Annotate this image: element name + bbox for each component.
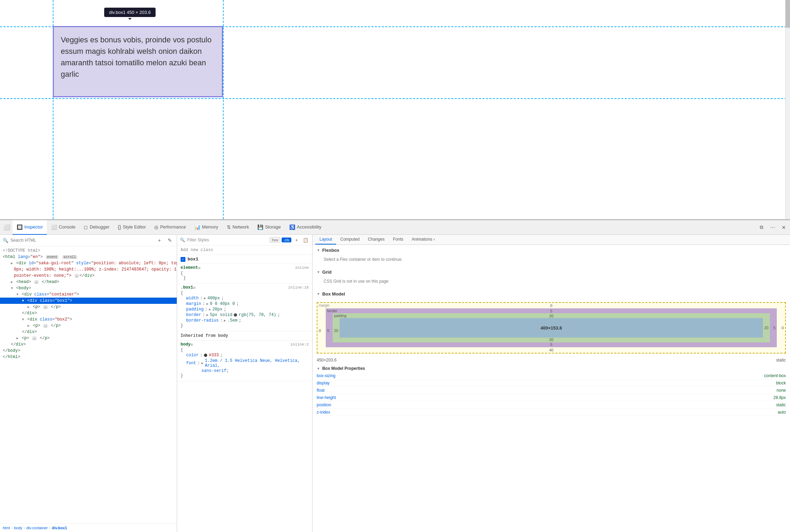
gear-icon-element[interactable]: ⚙ xyxy=(198,266,200,270)
dock-button[interactable]: ⧉ xyxy=(757,223,766,232)
html-search-bar: 🔍 + ✎ xyxy=(0,235,177,246)
grid-empty-text: CSS Grid is not in use on this page xyxy=(317,277,786,285)
css-prop-font: font: ▶ 1.2em / 1.5 Helvetica Neue, Helv… xyxy=(181,358,309,368)
padding-bottom: 20 xyxy=(549,338,553,342)
css-copy-button[interactable]: 📋 xyxy=(302,236,309,244)
accessibility-icon: ♿ xyxy=(289,224,295,230)
layout-tab-fonts[interactable]: Fonts xyxy=(389,235,407,244)
tree-head[interactable]: ▶ <head> … </head> xyxy=(0,279,177,285)
breadcrumb-box1[interactable]: div.box1 xyxy=(52,526,67,530)
breadcrumb-html[interactable]: html xyxy=(3,526,10,530)
tree-body-close[interactable]: </body> xyxy=(0,348,177,354)
tab-performance-label: Performance xyxy=(160,224,186,230)
breadcrumb-body[interactable]: body xyxy=(14,526,22,530)
color-swatch-333[interactable] xyxy=(204,354,207,357)
breadcrumb-container[interactable]: div.container xyxy=(26,526,48,530)
scrollbar-thumb[interactable] xyxy=(785,0,790,28)
ellipsis-badge-head[interactable]: … xyxy=(34,280,39,284)
border-color-swatch[interactable] xyxy=(234,313,237,317)
tab-network[interactable]: ⇅ Network xyxy=(223,220,253,235)
box-model-props-table: box-sizing content-box display block flo… xyxy=(313,372,790,416)
tree-saka-root[interactable]: ▶ <div id="saka-gui-root" style="positio… xyxy=(0,260,177,266)
layout-tab-changes[interactable]: Changes xyxy=(364,235,389,244)
padding-top: 20 xyxy=(549,314,553,318)
tab-accessibility[interactable]: ♿ Accessibility xyxy=(285,220,326,235)
tab-memory[interactable]: 📊 Memory xyxy=(190,220,223,235)
layout-tab-computed[interactable]: Computed xyxy=(336,235,364,244)
tree-html[interactable]: <html lang="en"> event scroll xyxy=(0,254,177,260)
tree-container-close[interactable]: </div> xyxy=(0,341,177,348)
preview-area: div.box1 450 × 203.6 Veggies es bonus vo… xyxy=(0,0,790,219)
css-selector-box1: .box1 xyxy=(181,285,193,290)
ellipsis-badge-p1[interactable]: … xyxy=(43,305,48,309)
tree-box1[interactable]: ▼ <div class="box1"> xyxy=(0,298,177,304)
tree-body-p[interactable]: ▶ <p> … </p> xyxy=(0,335,177,341)
add-node-button[interactable]: + xyxy=(155,236,164,244)
tab-storage[interactable]: 💾 Storage xyxy=(253,220,285,235)
tree-html-close[interactable]: </html> xyxy=(0,354,177,360)
tab-style-editor[interactable]: {} Style Editor xyxy=(114,220,150,235)
layout-tab-animations[interactable]: Animations › xyxy=(407,235,439,244)
tree-body[interactable]: ▼ <body> xyxy=(0,285,177,291)
grid-title: Grid xyxy=(322,269,332,275)
event-badge[interactable]: event xyxy=(46,255,58,259)
css-source-element: inline xyxy=(295,266,309,270)
preview-scrollbar[interactable] xyxy=(785,0,790,219)
inspect-element-button[interactable]: ⬜ xyxy=(1,222,13,233)
pick-node-button[interactable]: ✎ xyxy=(166,236,174,244)
box-model-props-header[interactable]: ▼ Box Model Properties xyxy=(313,363,790,372)
grid-section-header[interactable]: ▼ Grid xyxy=(313,267,790,277)
tree-box2-p[interactable]: ▶ <p> … </p> xyxy=(0,323,177,329)
ellipsis-badge-p2[interactable]: … xyxy=(43,324,48,328)
layout-tab-layout[interactable]: Layout xyxy=(315,235,336,244)
content-box: 400×153.6 xyxy=(340,318,763,338)
tree-saka-root-cont: 0px; width: 100%; height:...100%; z-inde… xyxy=(0,266,177,273)
element-checkbox[interactable]: ✓ xyxy=(181,257,185,262)
css-source-box1: inline:16 xyxy=(288,285,309,290)
padding-left: 20 xyxy=(334,329,338,333)
flexbox-empty-text: Select a Flex container or item to conti… xyxy=(317,256,786,263)
css-selector-body: body xyxy=(181,342,191,347)
css-rule-box1: .box1 ⚙ inline:16 { width: ▶ 400px; m xyxy=(177,284,312,331)
html-tree[interactable]: <!DOCTYPE html> <html lang="en"> event s… xyxy=(0,246,177,523)
tree-container[interactable]: ▼ <div class="container"> xyxy=(0,291,177,298)
tab-console[interactable]: ⬜ Console xyxy=(47,220,80,235)
guide-line-h2 xyxy=(0,98,790,99)
css-filter-bar: 🔍 Filter Styles :hov .cls + 📋 xyxy=(177,235,312,246)
box-model-section-header[interactable]: ▼ Box Model xyxy=(313,289,790,299)
tooltip-text: div.box1 450 × 203.6 xyxy=(109,10,151,15)
preview-text-content: Veggies es bonus vobis, proinde vos post… xyxy=(54,27,222,87)
search-input[interactable] xyxy=(10,238,153,243)
tab-accessibility-label: Accessibility xyxy=(297,224,322,230)
margin-right: 0 xyxy=(782,326,784,330)
storage-icon: 💾 xyxy=(257,224,263,230)
flexbox-section-header[interactable]: ▼ Flexbox xyxy=(313,245,790,256)
tab-inspector-label: Inspector xyxy=(24,224,43,230)
ellipsis-badge-saka[interactable]: … xyxy=(75,274,79,278)
tree-box1-p[interactable]: ▶ <p> … </p> xyxy=(0,304,177,310)
scroll-badge[interactable]: scroll xyxy=(63,255,77,259)
tree-box2-close[interactable]: </div> xyxy=(0,329,177,335)
tab-debugger[interactable]: ◻ Debugger xyxy=(80,220,114,235)
tree-box1-close[interactable]: </div> xyxy=(0,310,177,316)
more-button[interactable]: ⋯ xyxy=(768,223,777,232)
hov-button[interactable]: :hov xyxy=(269,237,280,243)
css-prop-width: width: ▶ 400px; xyxy=(181,296,309,301)
devtools-panel: ⬜ 🔲 Inspector ⬜ Console ◻ Debugger {} St… xyxy=(0,219,790,532)
box-model-title: Box Model xyxy=(322,291,345,297)
tree-doctype[interactable]: <!DOCTYPE html> xyxy=(0,248,177,254)
margin-bottom: 40 xyxy=(549,348,553,352)
css-add-button[interactable]: + xyxy=(293,236,300,244)
tree-box2[interactable]: ▼ <div class="box2"> xyxy=(0,316,177,323)
tab-performance[interactable]: ◎ Performance xyxy=(150,220,190,235)
close-button[interactable]: ✕ xyxy=(779,223,789,232)
css-selector-element: element xyxy=(181,265,198,270)
border-box: border 5 5 5 5 padding 20 20 20 2 xyxy=(326,308,777,347)
margin-left: 0 xyxy=(319,329,321,333)
cls-button[interactable]: .cls xyxy=(282,238,292,242)
gear-icon-body[interactable]: ⚙ xyxy=(191,342,193,347)
gear-icon-box1[interactable]: ⚙ xyxy=(193,285,196,290)
ellipsis-badge-p3[interactable]: … xyxy=(32,336,36,340)
inherited-from-text: Inherited from body xyxy=(181,333,228,338)
tab-inspector[interactable]: 🔲 Inspector xyxy=(13,220,47,235)
